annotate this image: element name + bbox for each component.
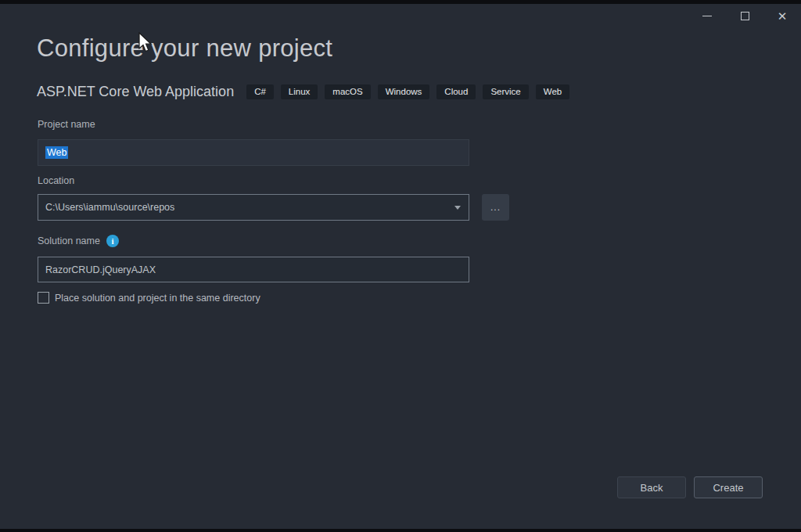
solution-name-input[interactable]: RazorCRUD.jQueryAJAX: [38, 257, 469, 282]
same-directory-label: Place solution and project in the same d…: [55, 293, 260, 304]
tag-linux: Linux: [281, 84, 318, 100]
solution-name-label-row: Solution name i: [38, 235, 119, 247]
tag-windows: Windows: [378, 84, 430, 100]
minimize-button[interactable]: [688, 4, 726, 27]
tag-csharp: C#: [246, 84, 274, 100]
template-row: ASP.NET Core Web Application C# Linux ma…: [37, 84, 577, 100]
close-icon: ✕: [778, 10, 788, 22]
tag-macos: macOS: [325, 84, 370, 100]
browse-button[interactable]: ...: [482, 194, 509, 221]
info-icon[interactable]: i: [106, 235, 119, 247]
tag-cloud: Cloud: [436, 84, 476, 100]
location-value: C:\Users\iammu\source\repos: [45, 202, 174, 213]
close-button[interactable]: ✕: [763, 4, 801, 27]
chevron-down-icon[interactable]: [454, 206, 461, 210]
location-combobox[interactable]: C:\Users\iammu\source\repos: [38, 194, 469, 221]
same-directory-row: Place solution and project in the same d…: [38, 292, 260, 304]
minimize-icon: [702, 16, 712, 16]
titlebar-controls: ✕: [688, 4, 801, 27]
maximize-button[interactable]: [726, 4, 763, 27]
tag-service: Service: [483, 84, 528, 100]
template-name: ASP.NET Core Web Application: [37, 84, 234, 100]
same-directory-checkbox[interactable]: [38, 292, 49, 304]
page-title: Configure your new project: [37, 34, 332, 63]
solution-name-value: RazorCRUD.jQueryAJAX: [45, 264, 156, 275]
create-button[interactable]: Create: [694, 476, 763, 498]
solution-name-label: Solution name: [38, 235, 100, 246]
configure-project-dialog: ✕ Configure your new project ASP.NET Cor…: [0, 0, 801, 532]
project-name-selected-text: Web: [45, 146, 68, 159]
back-button[interactable]: Back: [617, 476, 686, 498]
project-name-input[interactable]: Web: [38, 139, 469, 166]
maximize-icon: [741, 12, 749, 20]
tag-web: Web: [536, 84, 569, 100]
project-name-label: Project name: [38, 119, 95, 130]
window-top-edge: [0, 0, 801, 4]
location-label: Location: [38, 175, 74, 186]
window-bottom-edge: [0, 529, 801, 532]
